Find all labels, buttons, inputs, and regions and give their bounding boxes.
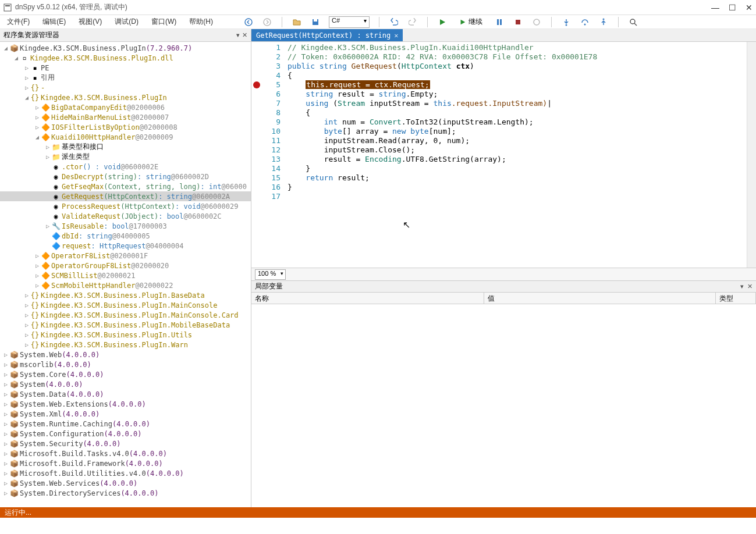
tree-assembly[interactable]: ▷📦Microsoft.Build.Framework (4.0.0.0) [0, 458, 251, 468]
tree-assembly[interactable]: ▷📦Microsoft.Build.Utilities.v4.0 (4.0.0.… [0, 468, 251, 478]
svg-rect-7 [500, 19, 502, 25]
undo-icon[interactable] [389, 17, 399, 27]
tree-method[interactable]: ◉ValidateRequst(JObject) : bool @0600002… [0, 211, 251, 221]
start-icon[interactable] [437, 17, 448, 27]
tree-method-selected[interactable]: ◉GetRequest(HttpContext) : string @06000… [0, 191, 251, 201]
tree-references[interactable]: ▷▪引用 [0, 73, 251, 83]
locals-columns-header: 名称 值 类型 [251, 293, 756, 304]
menu-help[interactable]: 帮助(H) [187, 16, 215, 28]
tree-class[interactable]: ▷🔶HideMainBarMenuList @02000007 [0, 112, 251, 122]
menu-file[interactable]: 文件(F) [5, 16, 32, 28]
tree-assembly[interactable]: ▷📦mscorlib (4.0.0.0) [0, 359, 251, 369]
tree-derived-types[interactable]: ▷📁派生类型 [0, 152, 251, 162]
tree-field[interactable]: 🔷request : HttpRequest @04000004 [0, 241, 251, 251]
tree-field[interactable]: 🔷dbId : string @04000005 [0, 231, 251, 241]
step-into-icon[interactable] [561, 17, 572, 27]
svg-point-12 [603, 18, 605, 20]
tree-class-expanded[interactable]: ◢🔶Kuaidi100HttpHandler @02000009 [0, 132, 251, 142]
tree-method[interactable]: ◉.ctor() : void @0600002E [0, 162, 251, 172]
locals-col-value[interactable]: 值 [484, 293, 716, 304]
menu-edit[interactable]: 编辑(E) [40, 16, 68, 28]
maximize-button[interactable]: ☐ [729, 3, 736, 12]
svg-rect-5 [314, 19, 317, 22]
open-icon[interactable] [292, 17, 302, 27]
cursor-icon: ↖ [403, 219, 410, 230]
close-button[interactable]: ✕ [746, 3, 753, 12]
stop-icon[interactable] [513, 17, 523, 27]
tree-assembly[interactable]: ▷📦System.DirectoryServices (4.0.0.0) [0, 488, 251, 498]
tree-assembly[interactable]: ▷📦System.Web.Extensions (4.0.0.0) [0, 399, 251, 409]
tree-class[interactable]: ▷🔶OperatorF8List @0200001F [0, 251, 251, 261]
locals-col-type[interactable]: 类型 [716, 293, 756, 304]
tree[interactable]: ◢📦Kingdee.K3.SCM.Business.PlugIn (7.2.96… [0, 42, 251, 507]
tree-namespace[interactable]: ◢{}Kingdee.K3.SCM.Business.PlugIn [0, 92, 251, 102]
locals-col-name[interactable]: 名称 [251, 293, 484, 304]
code-area[interactable]: // Kingdee.K3.SCM.Business.PlugIn.Kuaidi… [284, 42, 747, 268]
tree-empty-ns[interactable]: ▷{}- [0, 83, 251, 92]
tree-class[interactable]: ▷🔶BigDataCompanyEdit @02000006 [0, 102, 251, 112]
nav-fwd-icon[interactable] [262, 17, 272, 27]
status-text: 运行中... [5, 508, 31, 518]
language-select[interactable]: C# [329, 16, 370, 28]
tree-method[interactable]: ◉ProcessRequest(HttpContext) : void @060… [0, 201, 251, 211]
tree-assembly[interactable]: ▷📦System.Xml (4.0.0.0) [0, 409, 251, 419]
statusbar: 运行中... [0, 507, 756, 518]
tree-method[interactable]: ◉DesDecrypt(string) : string @0600002D [0, 172, 251, 181]
tree-assembly[interactable]: ◢📦Kingdee.K3.SCM.Business.PlugIn (7.2.96… [0, 43, 251, 53]
tree-class[interactable]: ▷🔶SCMBillList @02000021 [0, 270, 251, 280]
tree-assembly[interactable]: ▷📦System (4.0.0.0) [0, 379, 251, 389]
tree-namespace[interactable]: ▷{}Kingdee.K3.SCM.Business.PlugIn.Warn [0, 340, 251, 350]
locals-body[interactable] [251, 304, 756, 507]
panel-menu-icon[interactable]: ▾ [236, 31, 240, 39]
tree-class[interactable]: ▷🔶ScmMobileHttpHandler @02000022 [0, 280, 251, 290]
save-icon[interactable] [310, 17, 321, 27]
tree-namespace[interactable]: ▷{}Kingdee.K3.SCM.Business.PlugIn.Utils [0, 330, 251, 340]
tree-assembly[interactable]: ▷📦System.Data (4.0.0.0) [0, 389, 251, 399]
line-gutter[interactable]: 1234 5 6789 10111213 14151617 [251, 42, 284, 268]
menu-view[interactable]: 视图(V) [76, 16, 104, 28]
panel-title: 程序集资源管理器 [3, 30, 236, 40]
editor-tab-active[interactable]: GetRequest(HttpContext) : string ✕ [251, 29, 403, 41]
tree-property[interactable]: ▷🔧IsReusable : bool @17000003 [0, 221, 251, 231]
tree-namespace[interactable]: ▷{}Kingdee.K3.SCM.Business.PlugIn.Mobile… [0, 320, 251, 330]
menu-window[interactable]: 窗口(W) [149, 16, 179, 28]
tree-base-types[interactable]: ▷📁基类型和接口 [0, 142, 251, 152]
tree-namespace[interactable]: ▷{}Kingdee.K3.SCM.Business.PlugIn.BaseDa… [0, 290, 251, 300]
code-editor: GetRequest(HttpContext) : string ✕ 1234 … [251, 29, 756, 507]
locals-close-icon[interactable]: ✕ [747, 283, 753, 290]
tree-assembly[interactable]: ▷📦System.Security (4.0.0.0) [0, 439, 251, 448]
menu-debug[interactable]: 调试(D) [112, 16, 141, 28]
tab-close-icon[interactable]: ✕ [394, 31, 398, 40]
nav-back-icon[interactable] [243, 17, 254, 27]
tree-assembly[interactable]: ▷📦System.Runtime.Caching (4.0.0.0) [0, 419, 251, 429]
tree-pe[interactable]: ▷▪PE [0, 63, 251, 73]
pause-icon[interactable] [494, 17, 505, 27]
tree-class[interactable]: ▷🔶IOSFilterListByOption @02000008 [0, 122, 251, 132]
step-over-icon[interactable] [580, 17, 590, 27]
continue-button[interactable]: 继续 [456, 16, 486, 28]
tree-namespace[interactable]: ▷{}Kingdee.K3.SCM.Business.PlugIn.MainCo… [0, 310, 251, 320]
locals-panel: 局部变量 ▾ ✕ 名称 值 类型 [251, 280, 756, 507]
svg-point-11 [584, 23, 586, 25]
breakpoint-icon[interactable] [253, 81, 260, 88]
redo-icon[interactable] [407, 17, 418, 27]
tree-assembly[interactable]: ▷📦System.Web (4.0.0.0) [0, 350, 251, 359]
step-out-icon[interactable] [598, 17, 609, 27]
menubar: 文件(F) 编辑(E) 视图(V) 调试(D) 窗口(W) 帮助(H) C# 继… [0, 15, 756, 29]
locals-menu-icon[interactable]: ▾ [740, 283, 744, 290]
tree-namespace[interactable]: ▷{}Kingdee.K3.SCM.Business.PlugIn.MainCo… [0, 300, 251, 310]
tree-assembly[interactable]: ▷📦Microsoft.Build.Tasks.v4.0 (4.0.0.0) [0, 448, 251, 458]
tree-assembly[interactable]: ▷📦System.Web.Services (4.0.0.0) [0, 478, 251, 488]
vertical-scrollbar[interactable] [747, 42, 756, 268]
tree-assembly[interactable]: ▷📦System.Core (4.0.0.0) [0, 369, 251, 379]
zoom-select[interactable]: 100 % [255, 269, 286, 280]
tree-class[interactable]: ▷🔶OperatorGroupF8List @02000020 [0, 261, 251, 270]
tree-method[interactable]: ◉GetFseqMax(Context, string, long) : int… [0, 181, 251, 191]
window-title: dnSpy v5.0.12 (x64, 管理员, 调试中) [3, 2, 711, 12]
tree-assembly[interactable]: ▷📦System.Configuration (4.0.0.0) [0, 429, 251, 439]
minimize-button[interactable]: — [711, 3, 719, 12]
tree-module[interactable]: ◢▫Kingdee.K3.SCM.Business.PlugIn.dll [0, 53, 251, 63]
panel-close-icon[interactable]: ✕ [242, 31, 247, 39]
search-icon[interactable] [628, 17, 638, 27]
restart-icon[interactable] [531, 17, 542, 27]
